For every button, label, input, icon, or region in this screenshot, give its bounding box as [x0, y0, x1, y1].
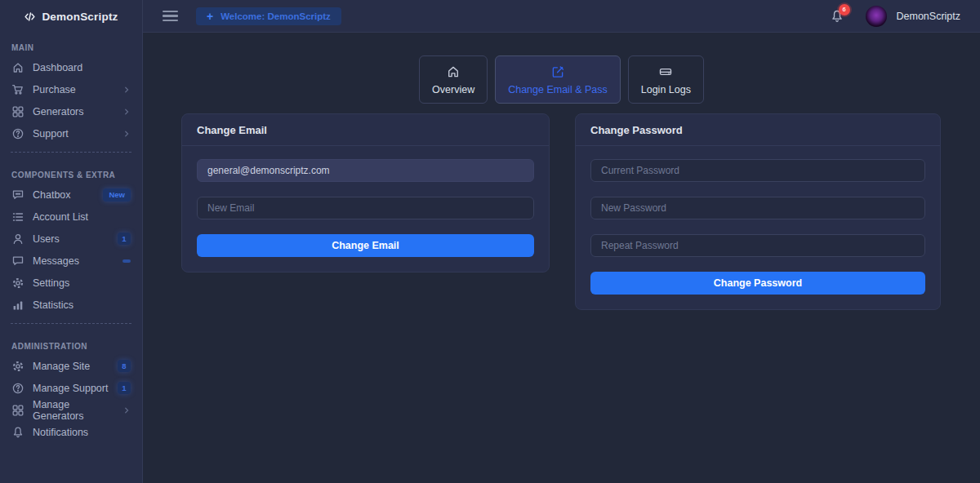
- count-badge: 1: [118, 382, 131, 394]
- sidebar-item-label: Generators: [33, 106, 84, 117]
- plus-icon: +: [207, 12, 213, 20]
- sidebar-item-purchase[interactable]: Purchase: [0, 78, 142, 100]
- change-email-title: Change Email: [182, 114, 549, 146]
- sidebar-item-label: Messages: [33, 255, 79, 267]
- topbar: + Welcome: DemonScriptz 6 DemonScriptz: [143, 0, 980, 33]
- repeat-password-field[interactable]: [590, 234, 925, 257]
- new-badge: New: [103, 188, 131, 202]
- sidebar-item-label: Manage Site: [33, 361, 90, 372]
- sidebar-item-label: Account List: [33, 211, 88, 223]
- sidebar-item-label: Manage Generators: [33, 399, 114, 422]
- count-badge: 8: [118, 360, 131, 372]
- home-icon: [446, 64, 461, 79]
- sidebar: DemonScriptz Main Dashboard Purchase Gen…: [0, 0, 143, 483]
- sidebar-item-generators[interactable]: Generators: [0, 100, 142, 122]
- sidebar-item-support[interactable]: Support: [0, 122, 142, 144]
- gear-icon: [11, 360, 24, 373]
- avatar[interactable]: [866, 6, 887, 27]
- hdd-icon: [658, 64, 673, 79]
- sidebar-item-label: Settings: [33, 277, 69, 289]
- main-content: Overview Change Email & Pass Login Logs …: [143, 33, 980, 483]
- chevron-right-icon: [122, 130, 131, 138]
- tab-label: Change Email & Pass: [508, 84, 608, 95]
- change-email-button[interactable]: Change Email: [197, 234, 534, 257]
- bell-icon: [11, 426, 24, 439]
- count-badge: 1: [118, 233, 131, 245]
- home-icon: [11, 61, 24, 74]
- messages-indicator-badge: [122, 259, 131, 263]
- tab-login-logs[interactable]: Login Logs: [628, 55, 704, 104]
- grid-icon: [11, 105, 24, 118]
- current-email-field[interactable]: [197, 159, 534, 182]
- change-password-card: Change Password Change Password: [575, 113, 941, 310]
- edit-icon: [550, 64, 565, 79]
- sidebar-item-dashboard[interactable]: Dashboard: [0, 56, 142, 78]
- grid-icon: [11, 404, 24, 417]
- welcome-chip[interactable]: + Welcome: DemonScriptz: [196, 7, 341, 25]
- hamburger-menu-icon[interactable]: [163, 11, 178, 22]
- sidebar-item-account-list[interactable]: Account List: [0, 206, 142, 228]
- tab-overview[interactable]: Overview: [419, 55, 488, 104]
- code-icon: [24, 11, 36, 23]
- question-circle-icon: [11, 382, 24, 395]
- notification-count-badge: 6: [839, 4, 850, 16]
- sidebar-section-components: Components & Extra: [0, 160, 142, 184]
- change-password-button[interactable]: Change Password: [590, 272, 925, 295]
- sidebar-item-label: Users: [33, 233, 60, 245]
- sidebar-item-messages[interactable]: Messages: [0, 250, 142, 272]
- message-icon: [11, 255, 24, 268]
- new-password-field[interactable]: [590, 197, 925, 219]
- chevron-right-icon: [122, 108, 131, 116]
- cart-icon: [11, 83, 24, 96]
- sidebar-item-statistics[interactable]: Statistics: [0, 294, 142, 316]
- sidebar-item-label: Manage Support: [33, 383, 108, 394]
- user-icon: [11, 233, 24, 246]
- new-email-field[interactable]: [197, 197, 534, 219]
- sidebar-item-settings[interactable]: Settings: [0, 272, 142, 294]
- sidebar-item-label: Dashboard: [33, 62, 82, 73]
- sidebar-section-administration: Administration: [0, 331, 142, 355]
- bar-chart-icon: [11, 299, 24, 312]
- chevron-right-icon: [122, 86, 131, 94]
- chevron-right-icon: [122, 406, 131, 414]
- sidebar-item-label: Chatbox: [33, 189, 71, 201]
- sidebar-item-label: Purchase: [33, 84, 76, 95]
- sidebar-item-manage-support[interactable]: Manage Support 1: [0, 377, 142, 399]
- change-email-card: Change Email Change Email: [181, 113, 550, 273]
- sidebar-item-users[interactable]: Users 1: [0, 228, 142, 250]
- list-icon: [11, 210, 24, 224]
- change-password-title: Change Password: [576, 114, 940, 146]
- tab-change-email-pass[interactable]: Change Email & Pass: [495, 55, 621, 104]
- brand-name: DemonScriptz: [42, 11, 118, 23]
- gear-icon: [11, 277, 24, 290]
- sidebar-item-label: Statistics: [33, 299, 74, 311]
- sidebar-item-notifications[interactable]: Notifications: [0, 421, 142, 443]
- sidebar-section-main: Main: [0, 33, 142, 56]
- sidebar-item-manage-site[interactable]: Manage Site 8: [0, 355, 142, 377]
- tab-label: Login Logs: [641, 84, 691, 95]
- brand-logo[interactable]: DemonScriptz: [0, 0, 142, 33]
- current-password-field[interactable]: [590, 159, 925, 182]
- sidebar-item-label: Support: [33, 128, 69, 140]
- sidebar-item-chatbox[interactable]: Chatbox New: [0, 184, 142, 206]
- topbar-username[interactable]: DemonScriptz: [897, 11, 961, 22]
- sidebar-divider: [11, 323, 131, 324]
- sidebar-divider: [11, 152, 131, 153]
- sidebar-item-manage-generators[interactable]: Manage Generators: [0, 399, 142, 421]
- chat-icon: [11, 188, 24, 202]
- sidebar-item-label: Notifications: [33, 427, 88, 438]
- notifications-bell-button[interactable]: 6: [830, 9, 844, 24]
- account-tabs: Overview Change Email & Pass Login Logs: [143, 33, 980, 104]
- tab-label: Overview: [432, 84, 474, 95]
- welcome-chip-label: Welcome: DemonScriptz: [220, 11, 331, 21]
- question-circle-icon: [11, 127, 24, 140]
